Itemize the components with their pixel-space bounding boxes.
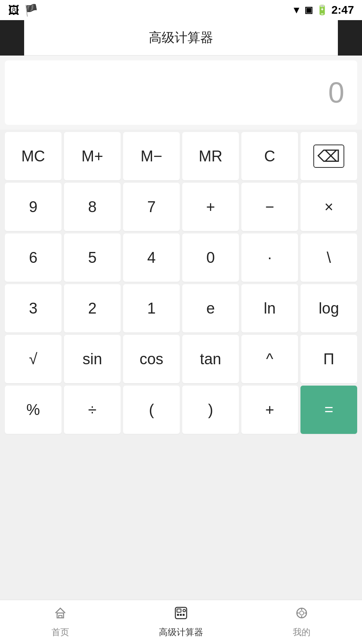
btn-8[interactable]: 8 — [64, 183, 121, 231]
btn-0[interactable]: 0 — [182, 233, 239, 282]
btn-plus2[interactable]: + — [241, 386, 298, 434]
btn-equals[interactable]: = — [300, 386, 357, 434]
nav-item-profile[interactable]: 我的 — [241, 606, 362, 638]
status-bar-left: 🖼 🏴 — [8, 4, 38, 17]
flag-icon: 🏴 — [24, 4, 38, 17]
btn-1[interactable]: 1 — [123, 284, 180, 332]
btn-7[interactable]: 7 — [123, 183, 180, 231]
btn-m-minus[interactable]: M− — [123, 132, 180, 180]
svg-point-4 — [183, 609, 185, 612]
calc-row-2: 6540·\ — [5, 233, 357, 282]
btn-dot[interactable]: · — [241, 233, 298, 282]
status-bar: 🖼 🏴 ▼ ▣ 🔋 2:47 — [0, 0, 362, 20]
page-title: 高级计算器 — [149, 29, 213, 47]
top-bar-left-button[interactable] — [0, 20, 24, 56]
btn-mr[interactable]: MR — [182, 132, 239, 180]
calc-row-3: 321elnlog — [5, 284, 357, 332]
btn-percent[interactable]: % — [5, 386, 62, 434]
btn-euler[interactable]: e — [182, 284, 239, 332]
status-bar-right: ▼ ▣ 🔋 2:47 — [292, 4, 354, 17]
battery-icon: 🔋 — [316, 4, 328, 16]
nav-label-profile: 我的 — [293, 626, 311, 638]
nav-icon-calculator — [174, 606, 188, 624]
btn-2[interactable]: 2 — [64, 284, 121, 332]
top-bar: 高级计算器 — [0, 20, 362, 56]
calculator-grid: MCM+M−MRC⌫987+−×6540·\321elnlog√sincosta… — [0, 130, 362, 434]
display-box: 0 — [5, 60, 357, 125]
calc-row-0: MCM+M−MRC⌫ — [5, 132, 357, 180]
nav-item-calculator[interactable]: 高级计算器 — [121, 606, 241, 638]
btn-divide-back[interactable]: \ — [300, 233, 357, 282]
wifi-icon: ▼ — [292, 4, 301, 16]
photo-icon: 🖼 — [8, 4, 19, 17]
svg-rect-5 — [177, 614, 179, 616]
svg-rect-7 — [183, 614, 185, 616]
btn-mc[interactable]: MC — [5, 132, 62, 180]
nav-label-calculator: 高级计算器 — [159, 626, 203, 638]
top-bar-right-button[interactable] — [338, 20, 362, 56]
btn-log[interactable]: log — [300, 284, 357, 332]
signal-icon: ▣ — [304, 5, 313, 15]
btn-plus[interactable]: + — [182, 183, 239, 231]
btn-ln[interactable]: ln — [241, 284, 298, 332]
btn-m-plus[interactable]: M+ — [64, 132, 121, 180]
btn-sqrt[interactable]: √ — [5, 335, 62, 383]
bottom-nav: 首页 高级计算器 我的 — [0, 600, 362, 644]
btn-sin[interactable]: sin — [64, 335, 121, 383]
btn-tan[interactable]: tan — [182, 335, 239, 383]
btn-cos[interactable]: cos — [123, 335, 180, 383]
btn-paren-close[interactable]: ) — [182, 386, 239, 434]
clock: 2:47 — [331, 4, 354, 17]
nav-label-home: 首页 — [51, 626, 69, 638]
btn-multiply[interactable]: × — [300, 183, 357, 231]
svg-rect-1 — [59, 615, 62, 618]
svg-rect-3 — [177, 609, 181, 612]
calc-row-5: %÷()+= — [5, 386, 357, 434]
svg-point-9 — [300, 611, 304, 615]
btn-power[interactable]: ^ — [241, 335, 298, 383]
btn-backspace[interactable]: ⌫ — [300, 132, 357, 180]
btn-9[interactable]: 9 — [5, 183, 62, 231]
nav-icon-profile — [294, 606, 309, 624]
btn-6[interactable]: 6 — [5, 233, 62, 282]
nav-item-home[interactable]: 首页 — [0, 606, 121, 638]
calc-row-1: 987+−× — [5, 183, 357, 231]
calc-row-4: √sincostan^Π — [5, 335, 357, 383]
btn-pi[interactable]: Π — [300, 335, 357, 383]
nav-icon-home — [53, 606, 68, 624]
btn-3[interactable]: 3 — [5, 284, 62, 332]
btn-divide[interactable]: ÷ — [64, 386, 121, 434]
display-area: 0 — [0, 56, 362, 130]
btn-5[interactable]: 5 — [64, 233, 121, 282]
svg-rect-6 — [180, 614, 182, 616]
btn-4[interactable]: 4 — [123, 233, 180, 282]
btn-paren-open[interactable]: ( — [123, 386, 180, 434]
btn-minus[interactable]: − — [241, 183, 298, 231]
display-value: 0 — [328, 76, 344, 109]
btn-clear[interactable]: C — [241, 132, 298, 180]
